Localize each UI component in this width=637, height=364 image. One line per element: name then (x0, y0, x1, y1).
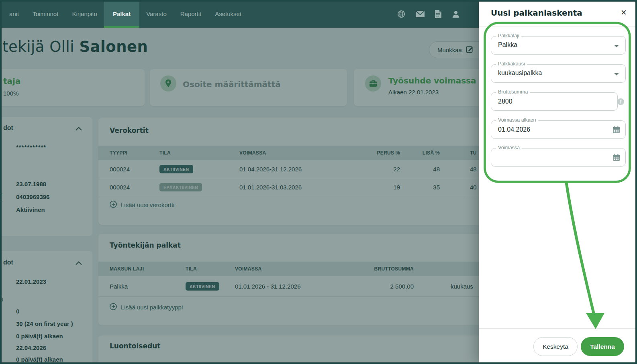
calendar-icon[interactable] (612, 126, 620, 135)
save-button[interactable]: Tallenna (581, 337, 624, 356)
chevron-down-icon[interactable] (614, 45, 619, 47)
voimassa-field[interactable]: Voimassa (491, 148, 626, 167)
new-payroll-drawer: Uusi palkanlaskenta × Palkkalaji Palkka … (479, 0, 635, 362)
cancel-button[interactable]: Keskeytä (533, 337, 578, 356)
nav-item-clipped[interactable]: anit (2, 0, 26, 28)
voimassa-alkaen-input[interactable] (498, 121, 610, 138)
palkkalaji-select[interactable]: Palkkalaji Palkka (491, 36, 626, 55)
modal-backdrop[interactable] (2, 28, 479, 362)
nav-item-palkat[interactable]: Palkat (104, 0, 139, 28)
nav-item-varasto[interactable]: Varasto (139, 0, 174, 28)
globe-icon[interactable] (397, 10, 406, 18)
palkkalaji-value: Palkka (498, 41, 517, 49)
nav-menu: anit Toiminnot Kirjanpito Palkat Varasto… (0, 0, 248, 28)
app-screen: anit Toiminnot Kirjanpito Palkat Varasto… (0, 0, 637, 364)
mail-icon[interactable] (415, 10, 425, 18)
nav-item-kirjanpito[interactable]: Kirjanpito (65, 0, 104, 28)
close-icon[interactable]: × (617, 6, 631, 19)
calendar-icon[interactable] (612, 154, 620, 163)
palkkakausi-value: kuukausipalkka (498, 69, 542, 77)
palkkakausi-label: Palkkakausi (496, 61, 527, 67)
voimassa-input[interactable] (498, 148, 610, 166)
nav-item-raportit[interactable]: Raportit (174, 0, 208, 28)
nav-item-asetukset[interactable]: Asetukset (208, 0, 248, 28)
chevron-down-icon[interactable] (614, 73, 619, 75)
info-icon[interactable]: i (617, 98, 624, 105)
voimassa-alkaen-field[interactable]: Voimassa alkaen (491, 120, 626, 139)
nav-item-toiminnot[interactable]: Toiminnot (26, 0, 65, 28)
drawer-title: Uusi palkanlaskenta (491, 8, 582, 18)
palkkakausi-select[interactable]: Palkkakausi kuukausipalkka (491, 64, 626, 83)
bruttosumma-field[interactable]: Bruttosumma (491, 92, 618, 111)
bruttosumma-input[interactable] (498, 93, 610, 110)
document-icon[interactable] (435, 10, 442, 18)
user-icon[interactable] (451, 10, 460, 18)
palkkalaji-label: Palkkalaji (496, 33, 521, 39)
